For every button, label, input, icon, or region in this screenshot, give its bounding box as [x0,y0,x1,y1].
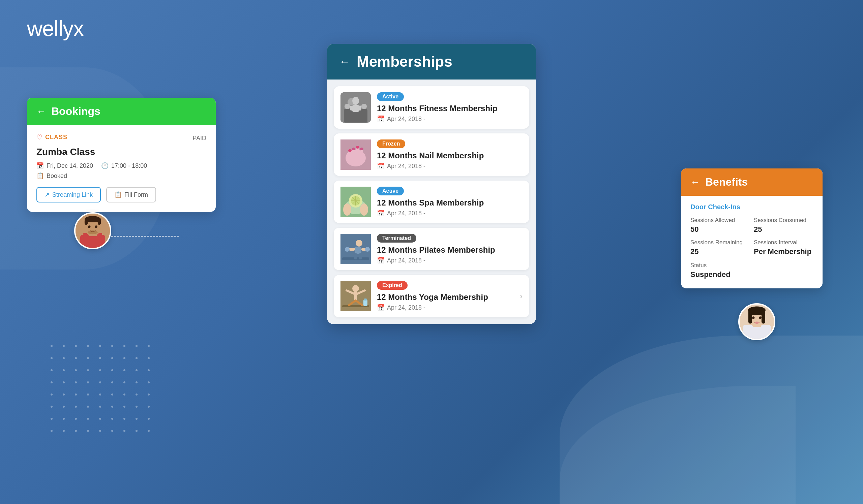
dashed-connector-right [695,286,762,287]
svg-rect-19 [350,106,353,111]
membership-item[interactable]: Frozen 12 Months Nail Membership 📅 Apr 2… [334,133,529,176]
booking-date-value: Fri, Dec 14, 2020 [47,163,93,169]
calendar-icon: 📅 [36,162,44,169]
membership-thumbnail [340,92,371,122]
sessions-interval-value: Per Membership [754,247,813,256]
svg-point-10 [95,225,97,228]
sessions-consumed-stat: Sessions Consumed 25 [754,217,813,234]
svg-rect-48 [359,253,362,259]
bookings-body: ♡ CLASS PAID Zumba Class 📅 Fri, Dec 14, … [27,125,216,212]
sessions-consumed-value: 25 [754,225,813,234]
dot-grid [51,345,154,437]
svg-point-50 [365,247,370,252]
streaming-link-label: Streaming Link [52,191,93,198]
sessions-consumed-label: Sessions Consumed [754,217,813,224]
class-type-label: CLASS [45,134,67,141]
svg-rect-20 [358,106,361,111]
svg-rect-23 [352,150,355,160]
membership-badge: Active [377,92,404,101]
calendar-icon: 📅 [377,163,384,170]
external-link-icon: ↗ [45,191,50,198]
membership-badge: Frozen [377,140,405,148]
streaming-link-button[interactable]: ↗ Streaming Link [36,187,101,203]
sessions-interval-label: Sessions Interval [754,239,813,246]
benefits-back-arrow[interactable]: ← [690,177,700,188]
fill-form-button[interactable]: 📋 Fill Form [106,187,156,203]
svg-point-29 [360,147,363,150]
clock-icon: 🕐 [101,162,109,169]
svg-rect-47 [354,253,357,259]
membership-item[interactable]: Active 12 Months Spa Membership 📅 Apr 24… [334,181,529,223]
membership-status: Status Suspended [690,262,813,279]
memberships-card: ← Memberships [327,44,536,324]
svg-rect-25 [360,150,363,160]
heart-icon: ♡ [36,133,42,141]
svg-point-40 [360,204,368,216]
sessions-allowed-value: 50 [690,225,750,234]
svg-point-9 [88,225,90,228]
membership-name: 12 Months Nail Membership [377,151,523,160]
membership-name: 12 Months Spa Membership [377,198,523,208]
paid-badge: PAID [192,135,206,142]
svg-rect-24 [356,148,359,160]
membership-badge: Expired [377,281,408,290]
benefits-card: ← Benefits Door Check-Ins Sessions Allow… [681,168,823,288]
chevron-right-icon: › [520,292,523,301]
avatar-male [74,212,111,249]
membership-badge: Active [377,186,404,195]
membership-info: Active 12 Months Spa Membership 📅 Apr 24… [377,186,523,217]
notes-icon: 📋 [36,172,44,180]
bookings-back-arrow[interactable]: ← [36,106,46,117]
benefits-section-title: Door Check-Ins [690,203,813,211]
benefits-body: Door Check-Ins Sessions Allowed 50 Sessi… [681,196,823,288]
membership-item[interactable]: Expired 12 Months Yoga Membership 📅 Apr … [334,275,529,318]
svg-point-15 [345,104,350,109]
svg-rect-60 [364,298,367,300]
booking-time: 🕐 17:00 - 18:00 [101,162,147,169]
bookings-class-label: ♡ CLASS [36,133,67,141]
calendar-icon: 📅 [377,209,384,217]
svg-point-43 [356,240,362,247]
memberships-back-arrow[interactable]: ← [339,55,350,68]
membership-date: 📅 Apr 24, 2018 - [377,304,514,311]
sessions-remaining-stat: Sessions Remaining 25 [690,239,750,256]
svg-rect-7 [98,219,101,225]
membership-item[interactable]: Active 12 Months Fitness Membership 📅 Ap… [334,86,529,129]
membership-name: 12 Months Yoga Membership [377,293,514,302]
avatar-female [738,303,775,340]
booking-status-value: Booked [47,172,67,180]
sessions-remaining-label: Sessions Remaining [690,239,750,246]
memberships-header: ← Memberships [327,44,536,79]
bookings-card: ← Bookings ♡ CLASS PAID Zumba Class 📅 Fr… [27,98,216,212]
svg-point-30 [348,149,352,152]
membership-thumbnail [340,234,371,264]
sessions-interval-stat: Sessions Interval Per Membership [754,239,813,256]
booking-date: 📅 Fri, Dec 14, 2020 [36,162,93,169]
svg-point-8 [88,230,98,234]
membership-name: 12 Months Pilates Membership [377,245,523,255]
membership-name: 12 Months Fitness Membership [377,104,523,113]
bookings-actions: ↗ Streaming Link 📋 Fill Form [36,187,206,203]
bookings-title: Bookings [51,105,100,118]
booking-status: 📋 Booked [36,172,206,180]
status-value: Suspended [690,270,813,279]
svg-point-49 [345,247,350,252]
svg-rect-68 [748,309,765,315]
membership-date: 📅 Apr 24, 2018 - [377,163,523,170]
svg-point-69 [752,316,754,319]
class-name: Zumba Class [36,146,206,157]
benefits-stats-grid: Sessions Allowed 50 Sessions Consumed 25… [690,217,813,256]
benefits-header: ← Benefits [681,168,823,196]
memberships-title: Memberships [357,53,452,70]
membership-item[interactable]: Terminated 12 Months Pilates Membership … [334,228,529,270]
membership-badge: Terminated [377,234,416,243]
membership-date: 📅 Apr 24, 2018 - [377,257,523,264]
svg-point-71 [755,322,759,324]
bookings-header: ← Bookings [27,98,216,125]
memberships-list: Active 12 Months Fitness Membership 📅 Ap… [327,79,536,324]
membership-info: Active 12 Months Fitness Membership 📅 Ap… [377,92,523,122]
svg-point-17 [352,97,359,105]
membership-info: Frozen 12 Months Nail Membership 📅 Apr 2… [377,140,523,170]
benefits-title: Benefits [705,176,748,188]
calendar-icon: 📅 [377,304,384,311]
